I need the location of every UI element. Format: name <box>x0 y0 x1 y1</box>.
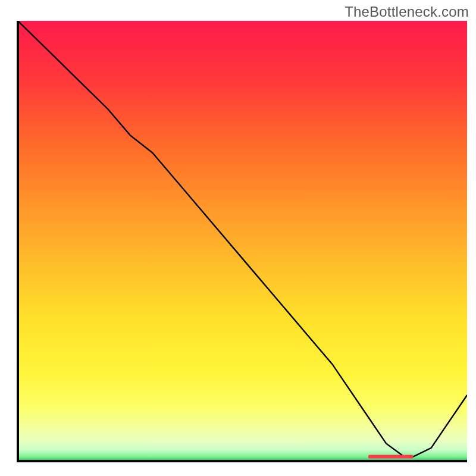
optimal-marker <box>368 455 414 459</box>
bottleneck-curve-chart <box>0 0 476 476</box>
watermark-text: TheBottleneck.com <box>345 4 469 20</box>
